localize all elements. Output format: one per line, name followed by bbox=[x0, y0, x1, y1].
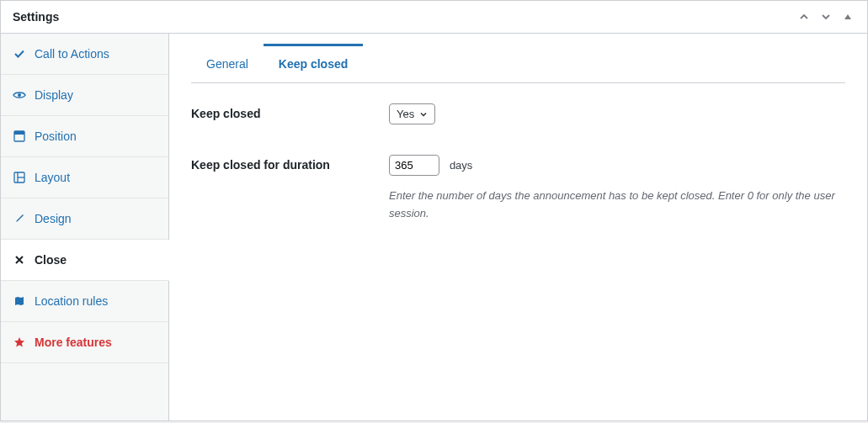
sidebar-item-label: Location rules bbox=[35, 294, 108, 308]
duration-control: days Enter the number of days the announ… bbox=[389, 155, 845, 223]
sidebar: Call to Actions Display Position Layout bbox=[1, 34, 169, 420]
duration-help-text: Enter the number of days the announcemen… bbox=[389, 188, 835, 223]
sidebar-item-call-to-actions[interactable]: Call to Actions bbox=[1, 34, 168, 75]
star-icon bbox=[13, 336, 26, 349]
brush-icon bbox=[13, 212, 26, 225]
sidebar-item-label: Design bbox=[35, 212, 72, 225]
panel-body: Call to Actions Display Position Layout bbox=[1, 34, 867, 420]
sidebar-item-label: Layout bbox=[35, 171, 70, 184]
sidebar-item-location-rules[interactable]: Location rules bbox=[1, 281, 168, 322]
keep-closed-label: Keep closed bbox=[191, 103, 389, 120]
form-row-keep-closed: Keep closed Yes bbox=[191, 103, 845, 124]
content-area: General Keep closed Keep closed Yes bbox=[169, 34, 867, 420]
sidebar-item-position[interactable]: Position bbox=[1, 116, 168, 157]
keep-closed-control: Yes bbox=[389, 103, 845, 124]
panel-header: Settings bbox=[1, 1, 867, 34]
duration-input-wrap: days bbox=[389, 155, 845, 176]
sidebar-item-label: Close bbox=[35, 253, 67, 267]
collapse-triangle-icon[interactable] bbox=[840, 9, 855, 24]
chevron-up-icon[interactable] bbox=[796, 9, 812, 24]
sidebar-item-display[interactable]: Display bbox=[1, 75, 168, 116]
settings-panel: Settings Call to Actions bbox=[0, 0, 868, 421]
keep-closed-value: Yes bbox=[397, 108, 414, 120]
map-icon bbox=[13, 294, 26, 308]
panel-header-controls bbox=[796, 9, 855, 24]
duration-unit: days bbox=[450, 159, 472, 172]
check-icon bbox=[13, 47, 26, 61]
duration-label: Keep closed for duration bbox=[191, 155, 389, 172]
chevron-down-icon bbox=[419, 110, 428, 119]
form-row-duration: Keep closed for duration days Enter the … bbox=[191, 155, 845, 223]
position-icon bbox=[13, 130, 26, 143]
tab-general[interactable]: General bbox=[191, 45, 264, 82]
form: Keep closed Yes Keep closed for duration bbox=[191, 83, 845, 223]
sidebar-item-layout[interactable]: Layout bbox=[1, 157, 168, 198]
sidebar-item-label: More features bbox=[35, 336, 112, 349]
svg-point-0 bbox=[18, 93, 21, 97]
sidebar-item-label: Display bbox=[35, 88, 73, 102]
panel-title: Settings bbox=[13, 10, 59, 24]
chevron-down-icon[interactable] bbox=[818, 9, 833, 24]
tab-keep-closed[interactable]: Keep closed bbox=[264, 45, 363, 82]
sidebar-item-close[interactable]: Close bbox=[1, 240, 169, 281]
tabs: General Keep closed bbox=[191, 45, 845, 83]
svg-rect-2 bbox=[14, 131, 24, 135]
sidebar-item-label: Position bbox=[35, 130, 77, 143]
sidebar-item-label: Call to Actions bbox=[35, 47, 109, 61]
sidebar-item-more-features[interactable]: More features bbox=[1, 322, 168, 363]
eye-icon bbox=[13, 88, 26, 102]
keep-closed-select[interactable]: Yes bbox=[389, 103, 435, 124]
duration-input[interactable] bbox=[389, 155, 439, 176]
layout-icon bbox=[13, 171, 26, 184]
close-icon bbox=[13, 253, 26, 267]
sidebar-item-design[interactable]: Design bbox=[1, 198, 168, 240]
